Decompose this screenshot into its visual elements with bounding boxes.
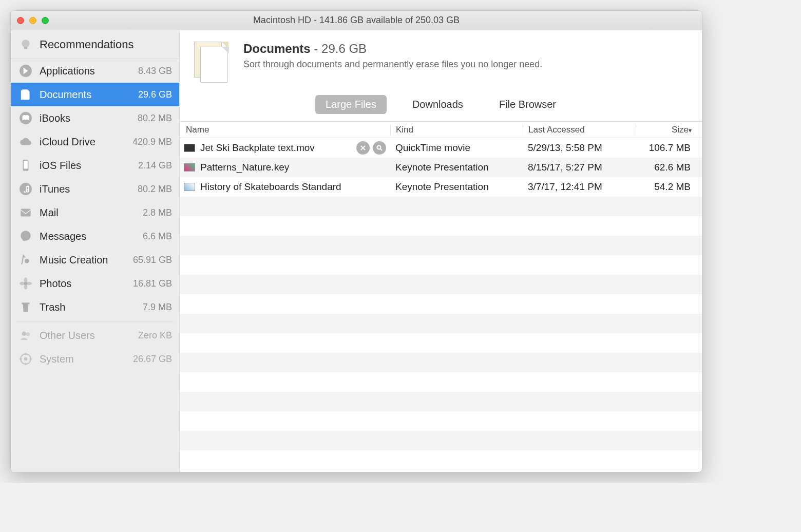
sidebar-item-trash[interactable]: Trash7.9 MB: [11, 295, 179, 319]
svg-point-13: [20, 282, 25, 286]
file-row[interactable]: Jet Ski Backplate text.movQuickTime movi…: [180, 138, 702, 158]
sidebar-item-label: iBooks: [40, 112, 138, 124]
tab-large-files[interactable]: Large Files: [315, 95, 387, 114]
icloud-icon: [18, 134, 33, 149]
sidebar-item-label: iOS Files: [40, 160, 138, 172]
sidebar-item-size: 420.9 MB: [132, 137, 172, 147]
column-header-name[interactable]: Name: [180, 125, 390, 135]
empty-row: [180, 372, 702, 392]
file-row[interactable]: History of Skateboards StandardKeynote P…: [180, 177, 702, 197]
trash-icon: [18, 299, 33, 315]
titlebar[interactable]: Macintosh HD - 141.86 GB available of 25…: [11, 11, 702, 30]
sidebar-item-label: Mail: [40, 207, 143, 219]
sidebar-item-size: 29.6 GB: [138, 89, 172, 100]
sidebar-item-label: Applications: [40, 65, 138, 77]
header-title: Documents: [243, 42, 311, 55]
svg-point-12: [24, 284, 28, 290]
svg-point-24: [377, 146, 381, 149]
system-icon: [18, 351, 33, 367]
ibooks-icon: [18, 110, 33, 126]
sidebar-item-size: Zero KB: [138, 330, 172, 341]
empty-row: [180, 314, 702, 333]
mail-icon: [18, 205, 33, 220]
sidebar-item-documents[interactable]: Documents29.6 GB: [11, 83, 179, 106]
sidebar-item-recommendations[interactable]: Recommendations: [11, 30, 179, 59]
reveal-file-button[interactable]: [373, 141, 386, 155]
sidebar-item-apps[interactable]: Applications8.43 GB: [11, 59, 179, 83]
empty-row: [180, 353, 702, 372]
column-header-size[interactable]: Size▾: [636, 125, 702, 135]
file-kind: Keynote Presentation: [390, 181, 523, 193]
sidebar-item-label: Trash: [40, 301, 143, 313]
sidebar-item-label: Other Users: [40, 330, 138, 341]
sidebar-item-music[interactable]: Music Creation65.91 GB: [11, 248, 179, 272]
sidebar-item-users[interactable]: Other UsersZero KB: [11, 324, 179, 347]
delete-file-button[interactable]: [356, 141, 370, 155]
tab-file-browser[interactable]: File Browser: [489, 95, 566, 114]
sidebar-item-size: 6.6 MB: [143, 231, 172, 242]
file-size: 62.6 MB: [636, 162, 702, 173]
empty-row: [180, 392, 702, 411]
minimize-button[interactable]: [29, 17, 36, 24]
svg-rect-15: [22, 302, 29, 304]
sidebar-item-ios[interactable]: iOS Files2.14 GB: [11, 154, 179, 177]
sidebar-item-mail[interactable]: Mail2.8 MB: [11, 201, 179, 224]
music-icon: [18, 252, 33, 268]
sidebar-item-size: 16.81 GB: [133, 278, 172, 289]
sidebar-item-size: 8.43 GB: [138, 66, 172, 77]
sidebar-item-label: iCloud Drive: [40, 136, 132, 148]
file-thumbnail-icon: [184, 144, 195, 152]
sidebar: Recommendations Applications8.43 GBDocum…: [11, 30, 179, 472]
svg-line-25: [380, 149, 382, 150]
view-tabs: Large FilesDownloadsFile Browser: [180, 93, 702, 122]
users-icon: [18, 328, 33, 343]
photos-icon: [18, 276, 33, 291]
svg-point-11: [24, 277, 28, 283]
column-header-kind[interactable]: Kind: [390, 125, 523, 135]
empty-row: [180, 275, 702, 294]
sidebar-item-photos[interactable]: Photos16.81 GB: [11, 272, 179, 295]
sidebar-item-messages[interactable]: Messages6.6 MB: [11, 224, 179, 248]
header-title-line: Documents - 29.6 GB: [243, 42, 542, 56]
storage-management-window: Macintosh HD - 141.86 GB available of 25…: [10, 10, 702, 472]
main-panel: Documents - 29.6 GB Sort through documen…: [179, 30, 702, 472]
svg-point-0: [22, 40, 29, 47]
sidebar-item-label: Photos: [40, 278, 133, 290]
sidebar-item-size: 2.14 GB: [138, 160, 172, 171]
svg-point-16: [22, 331, 26, 336]
svg-point-8: [21, 231, 31, 241]
file-name: History of Skateboards Standard: [200, 181, 341, 193]
content: Recommendations Applications8.43 GBDocum…: [11, 30, 702, 472]
empty-row: [180, 216, 702, 236]
maximize-button[interactable]: [42, 17, 49, 24]
window-title: Macintosh HD - 141.86 GB available of 25…: [11, 15, 702, 26]
tab-downloads[interactable]: Downloads: [402, 95, 473, 114]
file-row[interactable]: Patterns_Nature.keyKeynote Presentation8…: [180, 158, 702, 177]
empty-row: [180, 197, 702, 216]
sidebar-item-size: 80.2 MB: [138, 113, 172, 124]
sidebar-item-itunes[interactable]: iTunes80.2 MB: [11, 177, 179, 201]
sidebar-item-size: 26.67 GB: [133, 354, 172, 365]
close-button[interactable]: [17, 17, 24, 24]
file-size: 54.2 MB: [636, 181, 702, 193]
itunes-icon: [18, 181, 33, 197]
file-size: 106.7 MB: [636, 142, 702, 154]
file-name: Patterns_Nature.key: [200, 162, 289, 173]
sidebar-item-label: Messages: [40, 231, 143, 242]
column-header-last-accessed[interactable]: Last Accessed: [523, 125, 636, 135]
lightbulb-icon: [18, 37, 33, 52]
sidebar-item-label: Documents: [40, 89, 138, 101]
svg-point-19: [24, 357, 28, 361]
messages-icon: [18, 229, 33, 244]
documents-icon: [18, 87, 33, 102]
sidebar-item-system[interactable]: System26.67 GB: [11, 347, 179, 371]
sidebar-item-ibooks[interactable]: iBooks80.2 MB: [11, 106, 179, 130]
empty-row: [180, 294, 702, 314]
file-list: Jet Ski Backplate text.movQuickTime movi…: [180, 138, 702, 472]
file-kind: QuickTime movie: [390, 142, 523, 154]
sidebar-item-label: Music Creation: [40, 254, 133, 266]
sidebar-item-icloud[interactable]: iCloud Drive420.9 MB: [11, 130, 179, 154]
svg-rect-7: [21, 208, 31, 216]
file-name: Jet Ski Backplate text.mov: [200, 142, 315, 154]
apps-icon: [18, 63, 33, 79]
